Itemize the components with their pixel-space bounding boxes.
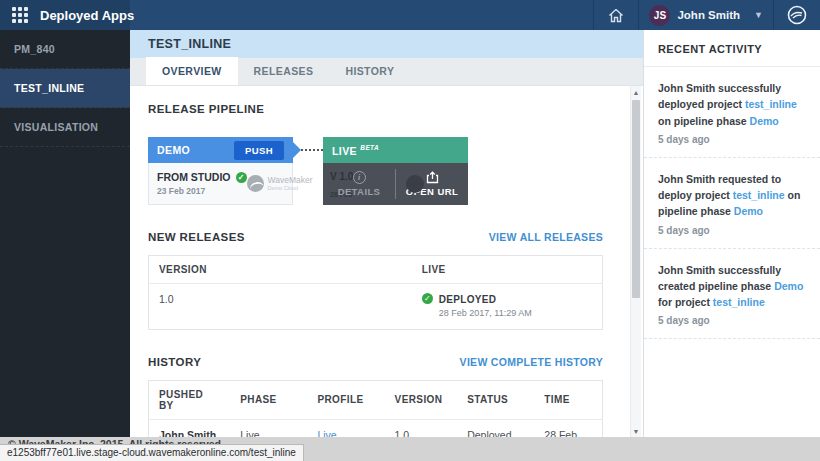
- pipeline-connector: [301, 137, 323, 163]
- recent-activity-heading: RECENT ACTIVITY: [644, 30, 820, 67]
- tab-bar: OVERVIEW RELEASES HISTORY: [130, 58, 643, 86]
- view-all-releases-link[interactable]: VIEW ALL RELEASES: [489, 231, 603, 243]
- topbar: Deployed Apps JS John Smith ▼: [0, 0, 820, 30]
- demo-card-header: DEMO PUSH: [148, 137, 293, 163]
- sidebar-item-pm-840[interactable]: PM_840: [0, 30, 130, 69]
- app-launcher-icon[interactable]: [12, 7, 28, 23]
- scroll-up-arrow[interactable]: ▲: [631, 86, 641, 98]
- wavemaker-logo-small: WaveMaker Demo Cloud: [247, 175, 313, 192]
- tab-history[interactable]: HISTORY: [329, 57, 410, 85]
- topbar-right: JS John Smith ▼: [593, 0, 820, 30]
- from-studio-label: FROM STUDIO ✓: [157, 171, 247, 183]
- history-status: Deployed: [457, 419, 534, 437]
- topbar-brand-section: Deployed Apps: [0, 0, 130, 30]
- phase-link[interactable]: Demo: [774, 280, 803, 292]
- open-url-button[interactable]: OPEN URL: [396, 163, 468, 205]
- recent-activity-panel: RECENT ACTIVITY John Smith successfully …: [643, 30, 820, 437]
- pipeline-card-demo: DEMO PUSH FROM STUDIO ✓ 23 Feb 2017: [148, 137, 293, 205]
- wavemaker-logo-subtext: Demo Cloud: [268, 186, 313, 192]
- history-phase: Live: [230, 419, 307, 437]
- demo-date: 23 Feb 2017: [157, 186, 247, 196]
- demo-phase-name: DEMO: [157, 144, 190, 156]
- chevron-down-icon: ▼: [754, 10, 763, 20]
- history-header-row: HISTORY VIEW COMPLETE HISTORY: [148, 356, 603, 368]
- live-card-header: LIVE BETA: [323, 137, 468, 163]
- wavemaker-wave-icon: [247, 175, 264, 192]
- history-profile-link[interactable]: Live: [307, 419, 384, 437]
- page-title: TEST_INLINE: [130, 30, 643, 58]
- live-card-body: V 1.0 28 Feb i DETAILS OPEN URL: [323, 163, 468, 205]
- demo-card-body: FROM STUDIO ✓ 23 Feb 2017 WaveMaker Demo…: [148, 163, 293, 205]
- demo-source-block: FROM STUDIO ✓ 23 Feb 2017: [157, 171, 247, 196]
- scroll-down-arrow[interactable]: ▼: [631, 425, 641, 437]
- release-pipeline: DEMO PUSH FROM STUDIO ✓ 23 Feb 2017: [148, 137, 603, 205]
- col-profile: PROFILE: [307, 380, 384, 419]
- col-live: LIVE: [412, 256, 603, 284]
- col-time: TIME: [534, 380, 602, 419]
- check-icon: ✓: [236, 172, 247, 183]
- push-button[interactable]: PUSH: [234, 141, 284, 160]
- project-link[interactable]: test_inline: [733, 189, 785, 201]
- vertical-scrollbar[interactable]: ▲ ▼: [630, 86, 641, 437]
- phase-link[interactable]: Demo: [734, 205, 763, 217]
- history-version: 1.0: [385, 419, 458, 437]
- scrollbar-thumb[interactable]: [632, 100, 640, 298]
- overview-content: RELEASE PIPELINE DEMO PUSH FROM STUDIO ✓: [130, 87, 643, 437]
- wavemaker-logo-icon: [774, 0, 820, 30]
- user-name: John Smith: [677, 9, 740, 21]
- history-table: PUSHED BY PHASE PROFILE VERSION STATUS T…: [148, 380, 603, 437]
- main-panel: TEST_INLINE OVERVIEW RELEASES HISTORY RE…: [130, 30, 643, 437]
- details-button[interactable]: i DETAILS: [323, 163, 395, 205]
- pipeline-card-live: LIVE BETA V 1.0 28 Feb i DETAILS: [323, 137, 468, 205]
- view-complete-history-link[interactable]: VIEW COMPLETE HISTORY: [460, 356, 603, 368]
- info-icon: i: [353, 171, 366, 184]
- activity-time: 5 days ago: [658, 315, 806, 326]
- history-pushed-by: John Smith: [149, 419, 231, 437]
- activity-item: John Smith successfully deployed project…: [644, 67, 820, 158]
- status-badge: DEPLOYED: [439, 293, 532, 306]
- check-icon: ✓: [422, 293, 433, 304]
- app-title: Deployed Apps: [40, 8, 134, 23]
- user-menu[interactable]: JS John Smith ▼: [639, 0, 773, 30]
- deployed-status: ✓ DEPLOYED 28 Feb 2017, 11:29 AM: [422, 293, 592, 320]
- sidebar-item-visualisation[interactable]: VISUALISATION: [0, 108, 130, 147]
- new-releases-header-row: NEW RELEASES VIEW ALL RELEASES: [148, 231, 603, 243]
- sidebar: PM_840 TEST_INLINE VISUALISATION: [0, 30, 130, 437]
- activity-text: John Smith successfully created pipeline…: [658, 262, 806, 311]
- history-time: 28 Feb 2017,: [534, 419, 602, 437]
- col-status: STATUS: [457, 380, 534, 419]
- tab-overview[interactable]: OVERVIEW: [146, 57, 238, 85]
- app-root: Deployed Apps JS John Smith ▼ PM_840 TES…: [0, 0, 820, 461]
- table-row: John Smith Live Live 1.0 Deployed 28 Feb…: [149, 419, 603, 437]
- history-heading: HISTORY: [148, 356, 201, 368]
- new-releases-heading: NEW RELEASES: [148, 231, 245, 243]
- release-pipeline-heading: RELEASE PIPELINE: [148, 103, 603, 115]
- new-releases-table: VERSION LIVE 1.0 ✓ DEPLOYED 28 Feb 2017,…: [148, 255, 603, 330]
- wavemaker-logo-text: WaveMaker: [268, 176, 313, 185]
- sidebar-item-test-inline[interactable]: TEST_INLINE: [0, 69, 130, 108]
- activity-time: 5 days ago: [658, 225, 806, 236]
- project-link[interactable]: test_inline: [745, 98, 797, 110]
- wavemaker-logo-ghost: [406, 175, 424, 193]
- table-header-row: VERSION LIVE: [149, 256, 603, 284]
- col-pushed-by: PUSHED BY: [149, 380, 231, 419]
- col-version: VERSION: [385, 380, 458, 419]
- home-icon: [608, 8, 624, 23]
- pipeline-arrow: [293, 142, 301, 158]
- project-link[interactable]: test_inline: [713, 296, 765, 308]
- activity-item: John Smith successfully created pipeline…: [644, 249, 820, 340]
- home-button[interactable]: [594, 0, 638, 30]
- col-phase: PHASE: [230, 380, 307, 419]
- activity-text: John Smith successfully deployed project…: [658, 80, 806, 129]
- avatar: JS: [649, 5, 670, 26]
- table-row: 1.0 ✓ DEPLOYED 28 Feb 2017, 11:29 AM: [149, 284, 603, 330]
- phase-link[interactable]: Demo: [750, 115, 779, 127]
- beta-badge: BETA: [360, 144, 379, 151]
- live-phase-name: LIVE BETA: [332, 144, 379, 157]
- open-url-icon: [426, 171, 439, 184]
- col-version: VERSION: [149, 256, 412, 284]
- tab-releases[interactable]: RELEASES: [238, 57, 330, 85]
- deploy-time: 28 Feb 2017, 11:29 AM: [439, 308, 532, 320]
- table-header-row: PUSHED BY PHASE PROFILE VERSION STATUS T…: [149, 380, 603, 419]
- activity-item: John Smith requested to deploy project t…: [644, 158, 820, 249]
